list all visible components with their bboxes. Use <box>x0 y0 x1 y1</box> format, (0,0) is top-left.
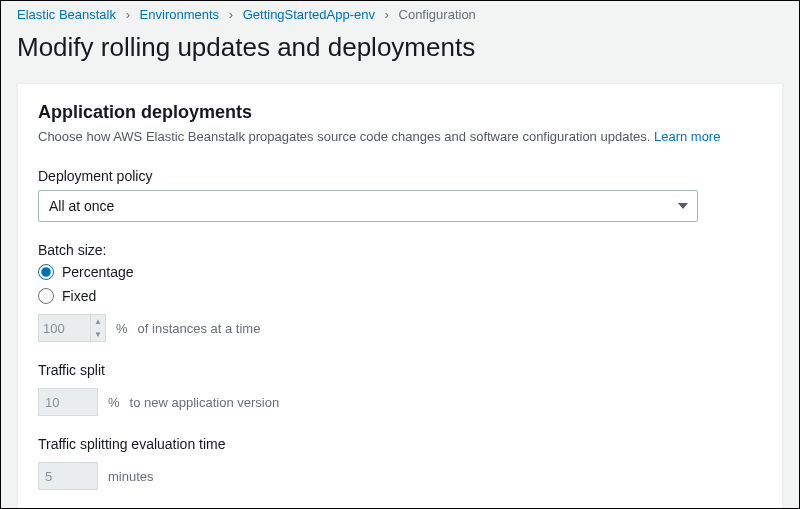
learn-more-link[interactable]: Learn more <box>654 129 720 144</box>
page-title: Modify rolling updates and deployments <box>1 26 799 83</box>
batch-size-radio-fixed[interactable] <box>38 288 54 304</box>
traffic-split-unit: % <box>108 395 120 410</box>
traffic-split-input[interactable] <box>38 388 98 416</box>
batch-size-radio-percentage[interactable] <box>38 264 54 280</box>
chevron-right-icon: › <box>229 7 233 22</box>
breadcrumb: Elastic Beanstalk › Environments › Getti… <box>1 1 799 26</box>
batch-size-radio-fixed-label[interactable]: Fixed <box>62 288 96 304</box>
deployment-policy-select[interactable]: All at once <box>38 190 698 222</box>
evaluation-time-unit: minutes <box>108 469 154 484</box>
evaluation-time-group: Traffic splitting evaluation time minute… <box>38 436 762 490</box>
batch-size-radio-percentage-label[interactable]: Percentage <box>62 264 134 280</box>
deployment-policy-label: Deployment policy <box>38 168 762 184</box>
breadcrumb-link-service[interactable]: Elastic Beanstalk <box>17 7 116 22</box>
caret-up-icon: ▲ <box>91 315 105 328</box>
caret-down-icon: ▼ <box>91 328 105 341</box>
batch-size-group: Batch size: Percentage Fixed ▲ ▼ % of in… <box>38 242 762 342</box>
batch-size-label: Batch size: <box>38 242 762 258</box>
section-description-text: Choose how AWS Elastic Beanstalk propaga… <box>38 129 654 144</box>
section-heading: Application deployments <box>38 102 762 123</box>
traffic-split-label: Traffic split <box>38 362 762 378</box>
batch-size-unit: % <box>116 321 128 336</box>
breadcrumb-link-environments[interactable]: Environments <box>140 7 219 22</box>
application-deployments-card: Application deployments Choose how AWS E… <box>17 83 783 509</box>
chevron-right-icon: › <box>126 7 130 22</box>
section-description: Choose how AWS Elastic Beanstalk propaga… <box>38 129 762 144</box>
batch-size-hint: of instances at a time <box>138 321 261 336</box>
evaluation-time-input[interactable] <box>38 462 98 490</box>
batch-size-input[interactable] <box>38 314 90 342</box>
traffic-split-group: Traffic split % to new application versi… <box>38 362 762 416</box>
chevron-right-icon: › <box>385 7 389 22</box>
spinner-buttons[interactable]: ▲ ▼ <box>90 314 106 342</box>
breadcrumb-current: Configuration <box>399 7 476 22</box>
breadcrumb-link-env-name[interactable]: GettingStartedApp-env <box>243 7 375 22</box>
evaluation-time-label: Traffic splitting evaluation time <box>38 436 762 452</box>
traffic-split-hint: to new application version <box>130 395 280 410</box>
deployment-policy-group: Deployment policy All at once <box>38 168 762 222</box>
